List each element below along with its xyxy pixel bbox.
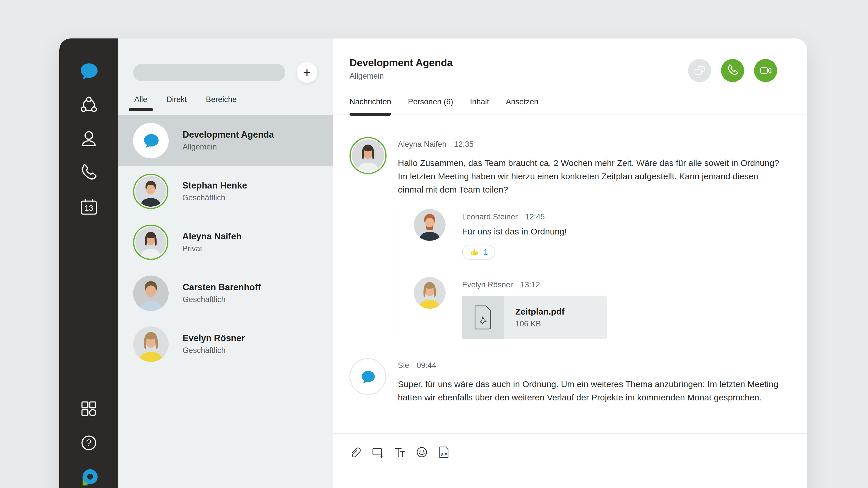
- attachment-card[interactable]: Zeitplan.pdf 106 KB: [462, 296, 607, 339]
- chat-subtitle: Geschäftlich: [183, 346, 245, 355]
- screen-share-icon: [692, 63, 707, 78]
- chat-subtitle: Privat: [182, 244, 242, 253]
- screenshot-icon[interactable]: [371, 445, 385, 459]
- avatar: [414, 277, 445, 309]
- chat-sidebar: + Alle Direkt Bereiche Development Agend…: [118, 38, 333, 488]
- reply-body: Evelyn Rösner 13:12 Zeitpla: [462, 277, 607, 339]
- person-icon[interactable]: [79, 129, 99, 150]
- tab-personen[interactable]: Personen (6): [408, 97, 453, 114]
- avatar: [133, 326, 169, 362]
- thread-reply: Leonard Steiner 12:45 Für uns ist das in…: [414, 209, 781, 260]
- avatar: [133, 275, 169, 311]
- nav-rail: 13 ?: [59, 38, 118, 488]
- message: Aleyna Naifeh 12:35 Hallo Zusammen, das …: [349, 137, 781, 196]
- chat-name: Evelyn Rösner: [183, 333, 245, 344]
- contacts-icon[interactable]: [79, 95, 99, 116]
- chat-bubble-icon[interactable]: [79, 60, 99, 81]
- message-author: Sie: [398, 361, 409, 370]
- help-glyph: ?: [86, 437, 91, 448]
- search-row: +: [133, 62, 333, 83]
- message-time: 12:35: [454, 140, 474, 149]
- chat-name: Aleyna Naifeh: [182, 231, 242, 242]
- chat-subtitle: Geschäftlich: [183, 295, 261, 304]
- reaction-pill[interactable]: 1: [462, 245, 495, 260]
- chat-subtitle: Allgemein: [183, 142, 274, 152]
- chat-row-stephan-henke[interactable]: Stephan Henke Geschäftlich: [118, 166, 333, 217]
- chat-row-aleyna-naifeh[interactable]: Aleyna Naifeh Privat: [118, 217, 333, 268]
- message-text: Super, für uns wäre das auch in Ordnung.…: [398, 378, 781, 404]
- attachment-thumbnail: [462, 296, 504, 339]
- header-actions: [688, 59, 777, 82]
- reaction-count: 1: [484, 248, 488, 257]
- message-list: Aleyna Naifeh 12:35 Hallo Zusammen, das …: [333, 115, 807, 404]
- avatar: [352, 139, 384, 172]
- apps-grid-icon[interactable]: [79, 398, 99, 419]
- avatar: [135, 227, 166, 258]
- tab-direkt[interactable]: Direkt: [166, 95, 187, 111]
- chat-name: Stephan Henke: [182, 181, 247, 191]
- message-body: Aleyna Naifeh 12:35 Hallo Zusammen, das …: [398, 137, 781, 196]
- chat-list: Development Agenda Allgemein: [118, 115, 333, 369]
- tab-ansetzen[interactable]: Ansetzen: [506, 97, 538, 114]
- screen-share-button[interactable]: [688, 59, 711, 82]
- calendar-icon[interactable]: 13: [79, 197, 99, 218]
- message-author: Evelyn Rösner: [462, 281, 513, 289]
- calendar-day-label: 13: [84, 204, 93, 213]
- message-head: Evelyn Rösner 13:12: [462, 281, 607, 289]
- brand-logo: [79, 466, 99, 487]
- message-body: Sie 09:44 Super, für uns wäre das auch i…: [398, 358, 781, 404]
- chat-subtitle: Geschäftlich: [182, 193, 247, 202]
- call-button[interactable]: [721, 59, 744, 82]
- gif-icon[interactable]: GIF: [437, 445, 451, 459]
- avatar: [414, 209, 445, 241]
- text-format-icon[interactable]: [393, 445, 407, 459]
- tab-nachrichten[interactable]: Nachrichten: [349, 97, 391, 114]
- tab-bereiche[interactable]: Bereiche: [206, 95, 237, 111]
- attach-icon[interactable]: [349, 445, 363, 459]
- pdf-file-icon: [473, 305, 492, 330]
- composer-toolbar: GIF: [349, 445, 807, 459]
- tab-alle[interactable]: Alle: [134, 95, 147, 111]
- reply-avatar-column: [414, 277, 445, 339]
- message-time: 09:44: [416, 361, 436, 370]
- tab-inhalt[interactable]: Inhalt: [470, 97, 489, 114]
- message-time: 12:45: [525, 213, 545, 222]
- desktop-background: { "colors": { "accent_blue": "#1e9cd8", …: [0, 0, 868, 488]
- attachment-filesize: 106 KB: [515, 320, 607, 328]
- self-avatar: [349, 358, 386, 395]
- gif-label: GIF: [441, 453, 447, 457]
- message-self: Sie 09:44 Super, für uns wäre das auch i…: [349, 358, 781, 404]
- message-text: Für uns ist das in Ordnung!: [462, 227, 567, 236]
- new-chat-button[interactable]: +: [297, 62, 317, 83]
- conversation-panel: Development Agenda Allgemein: [333, 38, 807, 488]
- video-call-button[interactable]: [754, 59, 777, 82]
- video-call-icon: [758, 63, 773, 78]
- message-avatar-column: [349, 137, 398, 196]
- sidebar-tabs: Alle Direkt Bereiche: [134, 95, 333, 111]
- thread-reply: Evelyn Rösner 13:12 Zeitpla: [414, 277, 781, 339]
- message-head: Leonard Steiner 12:45: [462, 213, 567, 222]
- chat-row-evelyn-roesner[interactable]: Evelyn Rösner Geschäftlich: [118, 319, 333, 369]
- help-icon[interactable]: ?: [79, 432, 99, 453]
- chat-name: Development Agenda: [183, 130, 274, 140]
- search-input[interactable]: [133, 64, 285, 81]
- conversation-tabs: Nachrichten Personen (6) Inhalt Ansetzen: [349, 97, 807, 114]
- message-author: Aleyna Naifeh: [398, 140, 446, 149]
- attachment-filename: Zeitplan.pdf: [515, 307, 607, 317]
- emoji-icon[interactable]: [415, 445, 429, 459]
- app-window: 13 ?: [59, 38, 807, 488]
- message-composer: GIF: [333, 433, 807, 488]
- reply-avatar-column: [414, 209, 445, 260]
- phone-icon[interactable]: [79, 163, 99, 184]
- conversation-tabs-wrap: Nachrichten Personen (6) Inhalt Ansetzen: [333, 97, 807, 115]
- thumbs-up-emoji: [470, 248, 479, 257]
- avatar: [135, 176, 166, 207]
- chat-row-development-agenda[interactable]: Development Agenda Allgemein: [118, 115, 333, 166]
- message-avatar-column: [349, 358, 398, 404]
- attachment-info: Zeitplan.pdf 106 KB: [504, 296, 607, 339]
- thread: Leonard Steiner 12:45 Für uns ist das in…: [398, 209, 781, 339]
- channel-avatar: [133, 123, 169, 158]
- online-status-ring: [133, 225, 168, 260]
- chat-row-carsten-barenhoff[interactable]: Carsten Barenhoff Geschäftlich: [118, 268, 333, 319]
- message-time: 13:12: [521, 281, 540, 289]
